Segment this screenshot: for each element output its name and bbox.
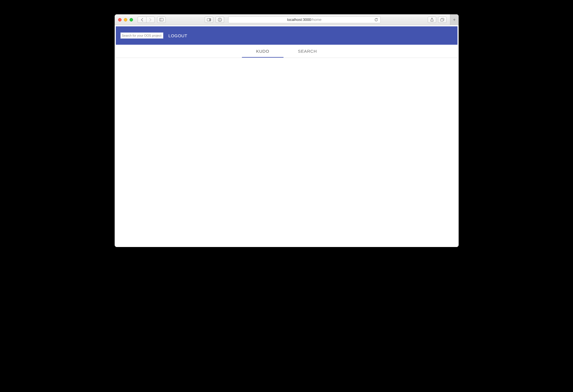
- forward-button[interactable]: [146, 17, 155, 23]
- nav-history-buttons: [138, 17, 155, 23]
- tab-search[interactable]: SEARCH: [283, 45, 331, 58]
- chevron-left-icon: [141, 18, 143, 21]
- sidebar-icon: [159, 18, 163, 21]
- maximize-window-button[interactable]: [130, 18, 133, 21]
- reload-button[interactable]: [374, 18, 378, 22]
- close-window-button[interactable]: [118, 18, 122, 21]
- svg-rect-3: [209, 18, 211, 21]
- plus-icon: +: [453, 17, 455, 22]
- address-path: /home: [311, 17, 321, 22]
- svg-rect-8: [440, 19, 443, 21]
- tab-kudo[interactable]: KUDO: [242, 45, 284, 58]
- chevron-right-icon: [149, 18, 152, 21]
- app-header: LOGOUT: [116, 26, 457, 45]
- reload-icon: [374, 18, 378, 22]
- search-input[interactable]: [120, 32, 163, 39]
- svg-rect-0: [159, 18, 163, 21]
- sidebar-toggle-button[interactable]: [157, 17, 166, 23]
- tabs-overview-button[interactable]: [438, 17, 447, 23]
- back-button[interactable]: [138, 17, 146, 23]
- address-host: localhost:3000: [287, 17, 311, 22]
- tab-content: [115, 58, 459, 236]
- tabs: KUDO SEARCH: [116, 45, 457, 58]
- info-icon: [218, 18, 222, 22]
- share-button[interactable]: [428, 17, 436, 23]
- reader-button[interactable]: [205, 17, 213, 23]
- logout-button[interactable]: LOGOUT: [169, 33, 187, 38]
- reader-icon: [207, 18, 211, 21]
- minimize-window-button[interactable]: [124, 18, 127, 21]
- address-bar[interactable]: localhost:3000/home: [228, 16, 381, 23]
- tabs-icon: [440, 18, 444, 21]
- site-info-button[interactable]: [216, 17, 224, 23]
- share-icon: [430, 18, 434, 22]
- svg-rect-6: [220, 19, 220, 21]
- browser-window: localhost:3000/home: [115, 14, 459, 247]
- browser-chrome: localhost:3000/home: [115, 14, 459, 25]
- svg-point-5: [220, 19, 220, 19]
- page-content: LOGOUT KUDO SEARCH: [115, 26, 459, 247]
- new-tab-button[interactable]: +: [450, 14, 459, 25]
- window-controls: [118, 18, 133, 21]
